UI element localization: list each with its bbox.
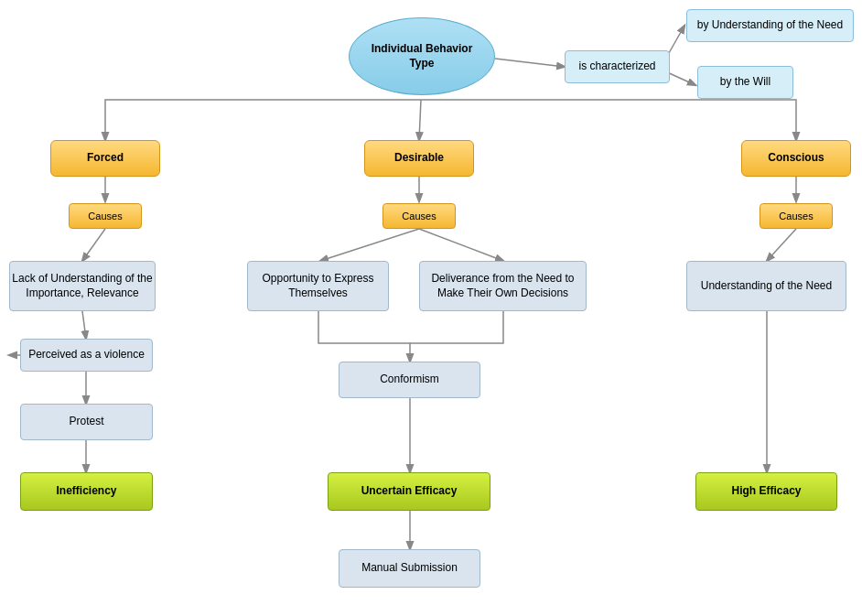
perceived-violence-label: Perceived as a violence	[28, 348, 145, 362]
causes-conscious-label: Causes	[779, 210, 813, 222]
causes-forced-label: Causes	[88, 210, 122, 222]
inefficiency-node: Inefficiency	[20, 472, 153, 511]
forced-label: Forced	[87, 151, 124, 166]
lack-understanding-node: Lack of Understanding of theImportance, …	[9, 261, 156, 311]
deliverance-label: Deliverance from the Need toMake Their O…	[431, 272, 574, 300]
opportunity-node: Opportunity to ExpressThemselves	[247, 261, 389, 311]
is-characterized-label: is characterized	[578, 59, 655, 74]
causes-forced-node: Causes	[69, 203, 142, 229]
lack-understanding-label: Lack of Understanding of theImportance, …	[12, 272, 152, 300]
conformism-label: Conformism	[380, 373, 439, 387]
opportunity-label: Opportunity to ExpressThemselves	[262, 272, 373, 300]
manual-submission-label: Manual Submission	[361, 561, 458, 576]
desirable-node: Desirable	[364, 140, 474, 177]
high-efficacy-node: High Efficacy	[695, 472, 837, 511]
causes-desirable-node: Causes	[383, 203, 456, 229]
inefficiency-label: Inefficiency	[56, 484, 116, 499]
svg-line-6	[82, 311, 86, 339]
forced-node: Forced	[50, 140, 160, 177]
manual-submission-node: Manual Submission	[339, 549, 480, 588]
conscious-label: Conscious	[768, 151, 824, 166]
high-efficacy-label: High Efficacy	[731, 484, 801, 499]
by-the-will-label: by the Will	[720, 75, 770, 90]
diagram: Individual BehaviorType is characterized…	[0, 0, 862, 616]
desirable-label: Desirable	[394, 151, 444, 166]
conscious-node: Conscious	[741, 140, 851, 177]
is-characterized-node: is characterized	[565, 50, 670, 83]
perceived-violence-node: Perceived as a violence	[20, 339, 153, 372]
causes-desirable-label: Causes	[402, 210, 436, 222]
protest-label: Protest	[69, 415, 103, 429]
by-understanding-node: by Understanding of the Need	[686, 9, 854, 42]
individual-behavior-type-node: Individual BehaviorType	[349, 17, 495, 95]
svg-line-5	[767, 229, 796, 261]
by-understanding-label: by Understanding of the Need	[697, 18, 843, 33]
by-the-will-node: by the Will	[697, 66, 793, 99]
protest-node: Protest	[20, 404, 153, 440]
svg-line-0	[495, 59, 565, 67]
understanding-need-node: Understanding of the Need	[686, 261, 846, 311]
uncertain-efficacy-label: Uncertain Efficacy	[361, 484, 458, 499]
causes-conscious-node: Causes	[760, 203, 833, 229]
individual-behavior-label: Individual BehaviorType	[372, 42, 473, 70]
deliverance-node: Deliverance from the Need toMake Their O…	[419, 261, 587, 311]
conformism-node: Conformism	[339, 362, 480, 398]
understanding-need-label: Understanding of the Need	[701, 279, 832, 294]
svg-line-4	[82, 229, 105, 261]
uncertain-efficacy-node: Uncertain Efficacy	[328, 472, 490, 511]
